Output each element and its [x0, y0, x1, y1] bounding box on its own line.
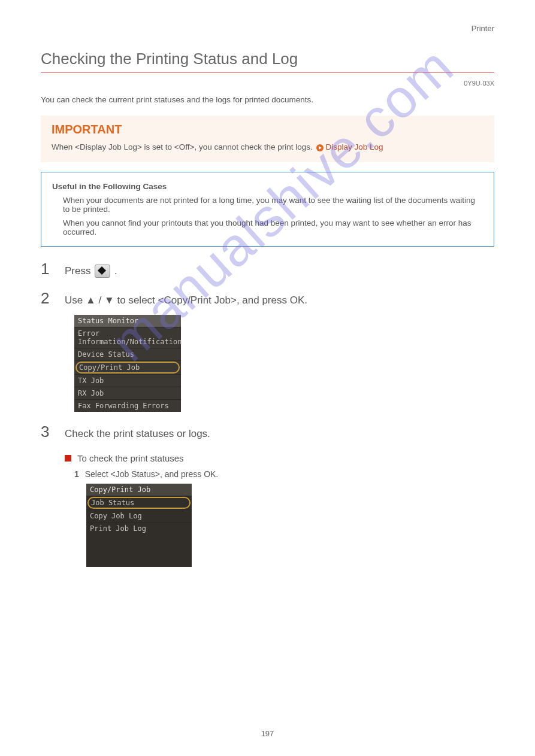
scr-row: Error Information/Notification	[74, 327, 181, 348]
scr-row: Copy Job Log	[86, 509, 192, 522]
scr-padding	[86, 535, 192, 567]
important-label: IMPORTANT	[52, 123, 483, 136]
sub-step-text: Select <Job Status>, and press OK.	[85, 469, 219, 479]
step-row: 2 Use ▲ / ▼ to select <Copy/Print Job>, …	[41, 289, 494, 308]
doc-code: 0Y9U-03X	[41, 80, 494, 87]
scr-row: RX Job	[74, 387, 181, 399]
usecase-heading: Useful in the Following Cases	[52, 182, 483, 191]
usecase-bullet-2: When you cannot find your printouts that…	[52, 218, 483, 236]
usecase-box: Useful in the Following Cases When your …	[41, 172, 494, 247]
important-link[interactable]: Display Job Log	[326, 143, 383, 152]
title-divider	[41, 72, 494, 72]
step-number: 1	[41, 260, 65, 278]
important-box: IMPORTANT When <Display Job Log> is set …	[41, 116, 494, 162]
screenshot-copy-print-job: Copy/Print Job Job Status Copy Job Log P…	[86, 484, 192, 567]
scr-row-selected: Job Status	[86, 496, 192, 509]
scr-header: Status Monitor	[74, 315, 181, 327]
step-text: Check the print statuses or logs.	[65, 427, 210, 441]
chapter-label: Printer	[41, 24, 494, 33]
scr-row: Device Status	[74, 348, 181, 360]
play-bullet-icon	[316, 144, 324, 151]
step-number: 2	[41, 289, 65, 308]
intro-text: You can check the current print statuses…	[41, 94, 494, 106]
sub-step-num: 1	[74, 469, 79, 479]
scr-header: Copy/Print Job	[86, 484, 192, 496]
important-text: When <Display Job Log> is set to <Off>, …	[52, 141, 483, 154]
subsection-step: 1 Select <Job Status>, and press OK.	[74, 469, 494, 479]
step-text: Press .	[65, 264, 117, 278]
red-square-bullet-icon	[65, 455, 71, 462]
page-title: Checking the Printing Status and Log	[41, 50, 494, 68]
status-monitor-key-icon	[95, 265, 110, 278]
step-number: 3	[41, 423, 65, 441]
subsection-title: To check the print statuses	[77, 453, 184, 463]
step-row: 3 Check the print statuses or logs.	[41, 423, 494, 441]
subsection-header: To check the print statuses	[65, 453, 494, 463]
important-body: When <Display Job Log> is set to <Off>, …	[52, 142, 313, 151]
usecase-bullet-1: When your documents are not printed for …	[52, 196, 483, 214]
scr-row-selected: Copy/Print Job	[74, 360, 181, 374]
screenshot-status-monitor: Status Monitor Error Information/Notific…	[74, 315, 181, 412]
step-row: 1 Press .	[41, 260, 494, 278]
scr-row: Print Job Log	[86, 522, 192, 535]
page-number: 197	[0, 729, 535, 738]
scr-row: Fax Forwarding Errors	[74, 399, 181, 412]
scr-row: TX Job	[74, 374, 181, 387]
step-text: Use ▲ / ▼ to select <Copy/Print Job>, an…	[65, 293, 307, 308]
